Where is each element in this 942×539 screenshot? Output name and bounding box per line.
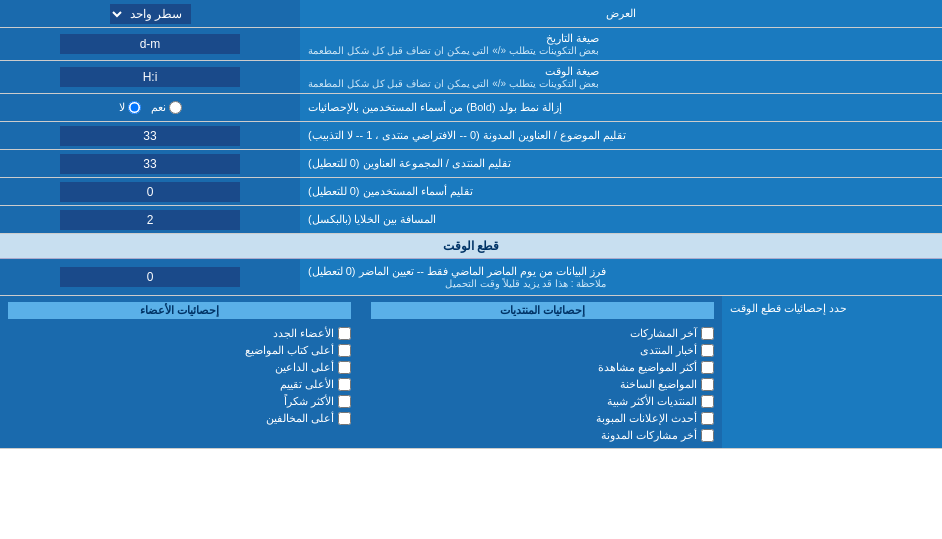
- list-item: المنتديات الأكثر شبية: [371, 395, 714, 408]
- col2-check-4[interactable]: [338, 395, 351, 408]
- list-item: آخر المشاركات: [371, 327, 714, 340]
- forum-address-input-wrapper: [0, 150, 300, 177]
- checkboxes-section: حدد إحصائيات قطع الوقت إحصائيات المنتديا…: [0, 296, 942, 449]
- list-item: الأعضاء الجدد: [8, 327, 351, 340]
- list-item: الأعلى تقييم: [8, 378, 351, 391]
- user-names-field[interactable]: [60, 182, 240, 202]
- col2-check-0[interactable]: [338, 327, 351, 340]
- col1-check-2[interactable]: [701, 361, 714, 374]
- col1-check-3[interactable]: [701, 378, 714, 391]
- col1-check-1[interactable]: [701, 344, 714, 357]
- date-format-row: صيغة التاريخ بعض التكوينات يتطلب «/» الت…: [0, 28, 942, 61]
- col2-check-5[interactable]: [338, 412, 351, 425]
- time-format-label: صيغة الوقت بعض التكوينات يتطلب «/» التي …: [300, 61, 942, 93]
- user-names-input-wrapper: [0, 178, 300, 205]
- realtime-section-header: قطع الوقت: [0, 234, 942, 259]
- bold-yes-radio[interactable]: [169, 101, 182, 114]
- cell-spacing-row: المسافة بين الخلايا (بالبكسل): [0, 206, 942, 234]
- bold-remove-row: إزالة نمط بولد (Bold) من أسماء المستخدمي…: [0, 94, 942, 122]
- main-container: العرض سطر واحد سطرين ثلاثة أسطر صيغة الت…: [0, 0, 942, 449]
- user-names-label: تقليم أسماء المستخدمين (0 للتعطيل): [300, 178, 942, 205]
- time-format-field[interactable]: [60, 67, 240, 87]
- forum-address-field[interactable]: [60, 154, 240, 174]
- list-item: أخر مشاركات المدونة: [371, 429, 714, 442]
- list-item: أخبار المنتدى: [371, 344, 714, 357]
- time-format-row: صيغة الوقت بعض التكوينات يتطلب «/» التي …: [0, 61, 942, 94]
- date-format-field[interactable]: [60, 34, 240, 54]
- col1-check-0[interactable]: [701, 327, 714, 340]
- topic-address-input-wrapper: [0, 122, 300, 149]
- list-item: الأكثر شكراً: [8, 395, 351, 408]
- time-format-input-wrapper: [0, 61, 300, 93]
- cell-spacing-input-wrapper: [0, 206, 300, 233]
- realtime-filter-label: فرز البيانات من يوم الماضر الماضي فقط --…: [300, 259, 942, 295]
- checkboxes-cols: إحصائيات المنتديات آخر المشاركات أخبار ا…: [0, 296, 722, 448]
- col2-check-2[interactable]: [338, 361, 351, 374]
- col2-check-3[interactable]: [338, 378, 351, 391]
- checkboxes-section-label: حدد إحصائيات قطع الوقت: [722, 296, 942, 448]
- forum-address-row: تقليم المنتدى / المجموعة العناوين (0 للت…: [0, 150, 942, 178]
- list-item: أعلى المخالفين: [8, 412, 351, 425]
- list-item: أكثر المواضيع مشاهدة: [371, 361, 714, 374]
- realtime-filter-row: فرز البيانات من يوم الماضر الماضي فقط --…: [0, 259, 942, 296]
- bold-remove-input-wrapper: نعم لا: [0, 94, 300, 121]
- forum-address-label: تقليم المنتدى / المجموعة العناوين (0 للت…: [300, 150, 942, 177]
- bold-radio-group: نعم لا: [119, 101, 182, 114]
- bold-no-radio[interactable]: [128, 101, 141, 114]
- topic-address-field[interactable]: [60, 126, 240, 146]
- display-mode-label: العرض: [300, 0, 942, 27]
- cell-spacing-field[interactable]: [60, 210, 240, 230]
- cell-spacing-label: المسافة بين الخلايا (بالبكسل): [300, 206, 942, 233]
- date-format-input-wrapper: [0, 28, 300, 60]
- col2-header: إحصائيات الأعضاء: [8, 302, 351, 319]
- col1-check-5[interactable]: [701, 412, 714, 425]
- col1-header: إحصائيات المنتديات: [371, 302, 714, 319]
- realtime-filter-input-wrapper: [0, 259, 300, 295]
- list-item: أعلى الداعين: [8, 361, 351, 374]
- bold-yes-label[interactable]: نعم: [151, 101, 182, 114]
- topic-address-label: تقليم الموضوع / العناوين المدونة (0 -- ا…: [300, 122, 942, 149]
- user-names-row: تقليم أسماء المستخدمين (0 للتعطيل): [0, 178, 942, 206]
- col2-check-1[interactable]: [338, 344, 351, 357]
- list-item: أعلى كتاب المواضيع: [8, 344, 351, 357]
- bold-no-label[interactable]: لا: [119, 101, 141, 114]
- col1: إحصائيات المنتديات آخر المشاركات أخبار ا…: [371, 302, 714, 442]
- col1-check-6[interactable]: [701, 429, 714, 442]
- list-item: المواضيع الساخنة: [371, 378, 714, 391]
- date-format-label: صيغة التاريخ بعض التكوينات يتطلب «/» الت…: [300, 28, 942, 60]
- col2: إحصائيات الأعضاء الأعضاء الجدد أعلى كتاب…: [8, 302, 351, 442]
- topic-address-row: تقليم الموضوع / العناوين المدونة (0 -- ا…: [0, 122, 942, 150]
- col1-check-4[interactable]: [701, 395, 714, 408]
- bold-remove-label: إزالة نمط بولد (Bold) من أسماء المستخدمي…: [300, 94, 942, 121]
- display-mode-input[interactable]: سطر واحد سطرين ثلاثة أسطر: [0, 0, 300, 27]
- display-mode-select[interactable]: سطر واحد سطرين ثلاثة أسطر: [110, 4, 191, 24]
- display-mode-row: العرض سطر واحد سطرين ثلاثة أسطر: [0, 0, 942, 28]
- list-item: أحدث الإعلانات المبوبة: [371, 412, 714, 425]
- realtime-filter-field[interactable]: [60, 267, 240, 287]
